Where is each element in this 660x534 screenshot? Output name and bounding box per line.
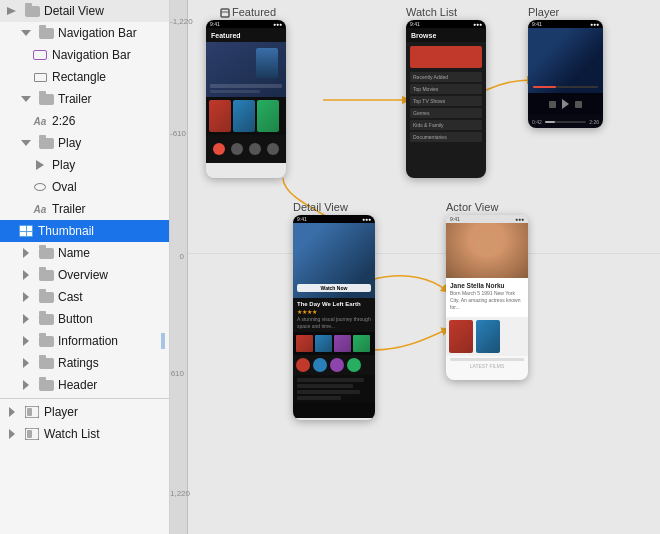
text-aa-icon: Aa: [32, 201, 48, 217]
sidebar: Detail View Navigation Bar Navigation Ba…: [0, 0, 170, 534]
ruler-mark-610: 610: [170, 370, 187, 378]
sidebar-item-label: Thumbnail: [38, 224, 94, 238]
svg-rect-2: [27, 408, 32, 416]
sidebar-item-name[interactable]: Name: [0, 242, 169, 264]
expand-icon: [4, 3, 20, 19]
sidebar-item-label: Navigation Bar: [52, 48, 131, 62]
arrow-right-icon: [18, 377, 34, 393]
phone-player-container: Player 9:41 ●●●: [528, 20, 603, 128]
sidebar-item-trailer-duration[interactable]: Aa 2:26: [0, 110, 169, 132]
sidebar-item-rectangle[interactable]: Rectangle: [0, 66, 169, 88]
sidebar-item-label: Play: [58, 136, 81, 150]
sidebar-item-label: Navigation Bar: [58, 26, 137, 40]
phone-actor-label: Actor View: [446, 201, 498, 213]
arrow-right-icon: [18, 311, 34, 327]
arrow-right-icon: [18, 333, 34, 349]
phone-player: 9:41 ●●●: [528, 20, 603, 128]
sidebar-item-button[interactable]: Button: [0, 308, 169, 330]
folder-icon-shape: [38, 25, 54, 41]
sidebar-item-label: Detail View: [44, 4, 104, 18]
folder-icon-shape: [38, 333, 54, 349]
sidebar-item-header[interactable]: Header: [0, 374, 169, 396]
arrow-down-icon: [18, 135, 34, 151]
sidebar-item-navigation-bar-component[interactable]: Navigation Bar: [0, 44, 169, 66]
sidebar-item-navigation-bar-group[interactable]: Navigation Bar: [0, 22, 169, 44]
sidebar-item-label: Trailer: [52, 202, 86, 216]
arrow-right-icon: [4, 404, 20, 420]
sidebar-item-label: 2:26: [52, 114, 75, 128]
canvas[interactable]: -1,220 -610 0 610 1,220: [170, 0, 660, 534]
svg-marker-0: [7, 7, 16, 15]
sidebar-item-label: Ratings: [58, 356, 99, 370]
expand-icon: [24, 426, 40, 442]
sidebar-item-play-group[interactable]: Play: [0, 132, 169, 154]
folder-icon-shape: [38, 267, 54, 283]
canvas-content: Featured 9:41 ●●● Featured: [188, 0, 660, 534]
sidebar-item-label: Oval: [52, 180, 77, 194]
sidebar-item-detail-view[interactable]: Detail View: [0, 0, 169, 22]
phone-watchlist: 9:41 ●●● Browse Recently Added Top Movie…: [406, 20, 486, 178]
folder-icon-shape: [38, 245, 54, 261]
sidebar-item-cast[interactable]: Cast: [0, 286, 169, 308]
arrow-down-icon: [18, 91, 34, 107]
sidebar-item-label: Button: [58, 312, 93, 326]
phone-player-label: Player: [528, 6, 559, 18]
sidebar-item-overview[interactable]: Overview: [0, 264, 169, 286]
sidebar-item-ratings[interactable]: Ratings: [0, 352, 169, 374]
sidebar-item-play-button[interactable]: Play: [0, 154, 169, 176]
thumbnail-icon: [18, 223, 34, 239]
nav-component-icon: [32, 47, 48, 63]
sidebar-item-watch-list[interactable]: Watch List: [0, 423, 169, 445]
arrow-right-icon: [18, 267, 34, 283]
svg-rect-4: [27, 430, 32, 438]
expand-icon: [24, 404, 40, 420]
phone-actor: 9:41 ●●● Jane Stella Norku Born March 5 …: [446, 215, 528, 380]
sidebar-item-label: Cast: [58, 290, 83, 304]
oval-icon: [32, 179, 48, 195]
folder-icon-shape: [24, 3, 40, 19]
center-line-h: [188, 253, 660, 254]
play-icon: [32, 157, 48, 173]
phone-watchlist-container: Watch List 9:41 ●●● Browse Recently Adde…: [406, 20, 486, 178]
sidebar-item-label: Play: [52, 158, 75, 172]
phone-watchlist-label: Watch List: [406, 6, 457, 18]
folder-icon-shape: [38, 355, 54, 371]
folder-icon-shape: [38, 311, 54, 327]
sidebar-item-player[interactable]: Player: [0, 401, 169, 423]
sidebar-item-label: Trailer: [58, 92, 92, 106]
sidebar-item-trailer-label[interactable]: Aa Trailer: [0, 198, 169, 220]
ruler-left: -1,220 -610 0 610 1,220: [170, 0, 188, 534]
sidebar-item-trailer-group[interactable]: Trailer: [0, 88, 169, 110]
sidebar-item-label: Information: [58, 334, 118, 348]
ruler-mark-0: 0: [170, 253, 187, 261]
sidebar-item-thumbnail[interactable]: Thumbnail: [0, 220, 169, 242]
phone-featured-label: Featured: [220, 6, 276, 18]
sidebar-item-label: Overview: [58, 268, 108, 282]
ruler-mark-1220-neg: -1,220: [170, 18, 187, 26]
ruler-mark-1220: 1,220: [170, 490, 187, 498]
sidebar-item-label: Player: [44, 405, 78, 419]
arrow-right-icon: [4, 426, 20, 442]
phone-featured: 9:41 ●●● Featured: [206, 20, 286, 178]
text-aa-icon: Aa: [32, 113, 48, 129]
sidebar-item-label: Rectangle: [52, 70, 106, 84]
arrow-right-icon: [18, 289, 34, 305]
arrow-right-icon: [18, 245, 34, 261]
arrow-down-icon: [18, 25, 34, 41]
sidebar-item-label: Name: [58, 246, 90, 260]
folder-icon-shape: [38, 289, 54, 305]
sidebar-item-label: Header: [58, 378, 97, 392]
arrow-right-icon: [18, 355, 34, 371]
phone-detail-container: Detail View 9:41 ●●● Watch Now: [293, 215, 375, 420]
sidebar-item-information[interactable]: Information: [0, 330, 169, 352]
folder-icon-shape: [38, 135, 54, 151]
phone-detail-label: Detail View: [293, 201, 348, 213]
phone-featured-container: Featured 9:41 ●●● Featured: [206, 20, 286, 178]
ruler-mark-610-neg: -610: [170, 130, 187, 138]
sidebar-item-label: Watch List: [44, 427, 100, 441]
svg-rect-5: [221, 9, 229, 17]
folder-icon-shape: [38, 377, 54, 393]
rectangle-icon: [32, 69, 48, 85]
phone-actor-container: Actor View 9:41 ●●● Jane Stella Norku Bo…: [446, 215, 528, 380]
sidebar-item-oval[interactable]: Oval: [0, 176, 169, 198]
